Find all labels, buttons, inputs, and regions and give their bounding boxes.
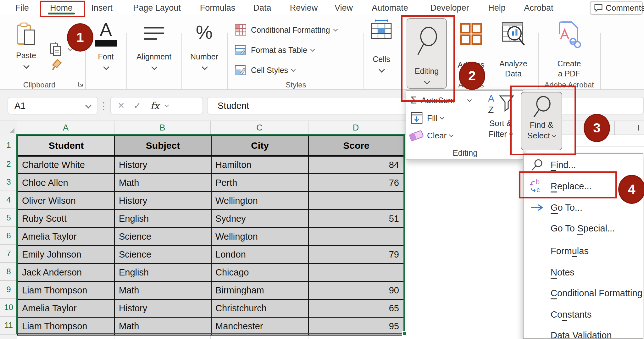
find-select-button[interactable]: Find & Select bbox=[521, 92, 562, 150]
menu-item-conditional-formatting[interactable]: Conditional Formatting bbox=[524, 284, 643, 302]
cell-A2[interactable]: Charlotte White bbox=[18, 156, 115, 174]
row-header-8[interactable]: 8 bbox=[0, 263, 17, 281]
cell-C7[interactable]: London bbox=[211, 246, 309, 264]
cell-C5[interactable]: Sydney bbox=[211, 210, 309, 228]
cell-B9[interactable]: Math bbox=[115, 281, 211, 299]
row-header-6[interactable]: 6 bbox=[0, 227, 17, 245]
cell-B11[interactable]: Math bbox=[115, 317, 211, 335]
cell-B5[interactable]: English bbox=[115, 210, 211, 228]
formula-bar-dots-icon[interactable]: ⋮ bbox=[101, 97, 107, 114]
cell-C11[interactable]: Manchester bbox=[211, 317, 309, 335]
copy-icon[interactable] bbox=[49, 43, 63, 58]
conditional-formatting-button[interactable]: Conditional Formatting bbox=[235, 23, 362, 36]
tab-help[interactable]: Help bbox=[486, 2, 508, 14]
cancel-icon[interactable]: ✕ bbox=[118, 101, 125, 111]
cell-A5[interactable]: Ruby Scott bbox=[18, 210, 115, 228]
format-as-table-button[interactable]: Format as Table bbox=[235, 43, 362, 57]
column-header-D[interactable]: D bbox=[308, 120, 403, 135]
cell-D11[interactable]: 95 bbox=[309, 317, 404, 335]
tab-home[interactable]: Home bbox=[44, 2, 79, 14]
menu-item-constants[interactable]: Constants bbox=[524, 305, 643, 324]
cell-A3[interactable]: Chloe Allen bbox=[18, 174, 115, 192]
cell-B6[interactable]: Science bbox=[115, 228, 211, 246]
paste-button[interactable]: Paste bbox=[8, 19, 45, 73]
cell-D5[interactable]: 51 bbox=[309, 210, 404, 228]
cell-styles-button[interactable]: Cell Styles bbox=[235, 64, 362, 77]
cell-C3[interactable]: Perth bbox=[211, 174, 309, 192]
cell-A7[interactable]: Emily Johnson bbox=[18, 246, 115, 264]
cell-B8[interactable]: English bbox=[115, 264, 211, 281]
cell-D7[interactable]: 79 bbox=[309, 246, 404, 264]
cell-A1[interactable]: Student bbox=[18, 136, 115, 156]
select-all-corner[interactable] bbox=[0, 120, 17, 135]
autosum-chevron-icon[interactable] bbox=[467, 97, 472, 102]
cell-D8[interactable] bbox=[309, 264, 404, 281]
cell-D6[interactable] bbox=[309, 228, 404, 246]
clipboard-dialog-launcher-icon[interactable] bbox=[77, 81, 84, 89]
menu-item-go-to-special[interactable]: Go To Special... bbox=[524, 219, 643, 237]
cell-C8[interactable]: Chicago bbox=[211, 264, 309, 281]
tab-page-layout[interactable]: Page Layout bbox=[128, 2, 186, 14]
row-header-4[interactable]: 4 bbox=[0, 191, 17, 209]
column-header-B[interactable]: B bbox=[114, 120, 211, 135]
tab-data[interactable]: Data bbox=[250, 2, 274, 14]
row-header-12-partial[interactable] bbox=[0, 335, 17, 339]
cell-D1[interactable]: Score bbox=[309, 136, 404, 156]
cell-D9[interactable]: 90 bbox=[309, 281, 404, 299]
cells-group-button[interactable]: Cells bbox=[363, 18, 400, 84]
autosum-button[interactable]: Σ AutoSum bbox=[411, 94, 483, 107]
format-painter-icon[interactable] bbox=[50, 58, 63, 72]
alignment-group-button[interactable]: Alignment bbox=[126, 18, 181, 84]
cell-A11[interactable]: Liam Thompson bbox=[18, 317, 115, 335]
menu-item-find[interactable]: Find... bbox=[524, 156, 643, 174]
cell-A9[interactable]: Liam Thompson bbox=[18, 281, 115, 299]
row-header-10[interactable]: 10 bbox=[0, 299, 17, 317]
menu-item-notes[interactable]: Notes bbox=[524, 263, 643, 281]
create-pdf-button[interactable]: Create a PDF bbox=[538, 18, 600, 85]
cell-A8[interactable]: Jack Anderson bbox=[18, 264, 115, 281]
row-header-3[interactable]: 3 bbox=[0, 173, 17, 191]
cell-D3[interactable]: 76 bbox=[309, 174, 404, 192]
tab-automate[interactable]: Automate bbox=[367, 2, 413, 14]
column-header-C[interactable]: C bbox=[211, 120, 308, 135]
font-group-button[interactable]: A Font bbox=[85, 18, 126, 84]
tab-acrobat[interactable]: Acrobat bbox=[519, 2, 558, 14]
insert-function-icon[interactable]: fx bbox=[150, 100, 159, 111]
cell-C10[interactable]: Christchurch bbox=[211, 299, 309, 317]
column-header-I[interactable]: I bbox=[627, 120, 644, 135]
row-header-5[interactable]: 5 bbox=[0, 209, 17, 227]
cell-A10[interactable]: Amelia Taylor bbox=[18, 299, 115, 317]
cell-C4[interactable]: Wellington bbox=[211, 192, 309, 210]
cell-A4[interactable]: Oliver Wilson bbox=[18, 192, 115, 210]
enter-check-icon[interactable]: ✓ bbox=[134, 101, 141, 111]
tab-developer[interactable]: Developer bbox=[425, 2, 474, 14]
row-header-1[interactable]: 1 bbox=[0, 135, 17, 155]
tab-formulas[interactable]: Formulas bbox=[197, 2, 238, 14]
cell-C9[interactable]: Birmingham bbox=[211, 281, 309, 299]
sort-filter-button[interactable]: A Z Sort & Filter bbox=[480, 92, 521, 142]
cell-B3[interactable]: Math bbox=[115, 174, 211, 192]
cell-C1[interactable]: City bbox=[211, 136, 309, 156]
cell-D4[interactable] bbox=[309, 192, 404, 210]
tab-insert[interactable]: Insert bbox=[87, 2, 116, 14]
name-box-chevron-icon[interactable] bbox=[85, 102, 92, 108]
editing-group-button[interactable]: Editing bbox=[407, 18, 447, 89]
name-box[interactable]: A1 bbox=[8, 97, 98, 114]
cell-B2[interactable]: History bbox=[115, 156, 211, 174]
cell-D2[interactable]: 84 bbox=[309, 156, 404, 174]
cell-C2[interactable]: Hamilton bbox=[211, 156, 309, 174]
tab-view[interactable]: View bbox=[331, 2, 357, 14]
cell-B7[interactable]: Science bbox=[115, 246, 211, 264]
column-header-A[interactable]: A bbox=[17, 120, 114, 135]
fill-button[interactable]: Fill bbox=[410, 111, 467, 125]
paste-chevron-icon[interactable] bbox=[23, 63, 30, 69]
tab-file[interactable]: File bbox=[12, 2, 32, 14]
cell-D10[interactable]: 65 bbox=[309, 299, 404, 317]
fill-handle[interactable] bbox=[402, 331, 407, 336]
cell-B10[interactable]: History bbox=[115, 299, 211, 317]
row-header-7[interactable]: 7 bbox=[0, 245, 17, 263]
row-header-2[interactable]: 2 bbox=[0, 155, 17, 173]
row-header-9[interactable]: 9 bbox=[0, 281, 17, 299]
cell-A6[interactable]: Amelia Taylor bbox=[18, 228, 115, 246]
clear-button[interactable]: Clear bbox=[409, 129, 472, 142]
